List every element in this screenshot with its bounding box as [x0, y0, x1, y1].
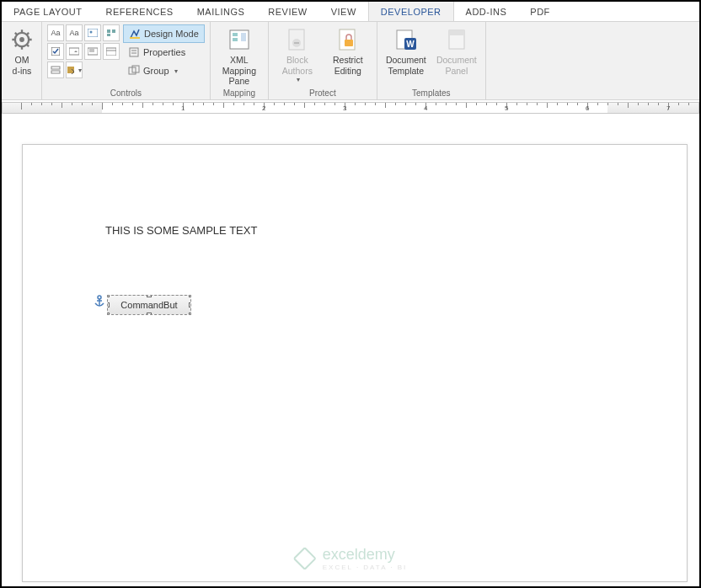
group-code-label [7, 88, 36, 99]
document-template-label: Document Template [384, 55, 428, 76]
plain-text-control-icon[interactable]: Aa [66, 24, 83, 41]
document-template-button[interactable]: W Document Template [383, 24, 430, 78]
tab-references[interactable]: REFERENCES [94, 2, 185, 21]
svg-rect-25 [233, 38, 238, 41]
block-authors-label: Block Authors [276, 55, 319, 76]
svg-rect-5 [112, 29, 115, 33]
document-panel-icon [443, 26, 470, 53]
svg-rect-26 [241, 33, 246, 41]
ruler-number: 4 [424, 104, 427, 112]
properties-label: Properties [143, 47, 185, 57]
group-controls-label: Controls [47, 88, 205, 99]
watermark-icon [294, 548, 316, 569]
ribbon-tabs: PAGE LAYOUT REFERENCES MAILINGS REVIEW V… [2, 2, 699, 22]
com-label-1: OM [15, 55, 29, 66]
svg-rect-8 [69, 48, 79, 55]
svg-rect-12 [106, 48, 116, 56]
group-protect: Block Authors ▾ Restrict Editing Protect [269, 22, 377, 99]
controls-gallery: Aa Aa ▾ [47, 24, 120, 78]
chevron-down-icon: ▾ [174, 67, 178, 75]
properties-button[interactable]: Properties [123, 43, 205, 61]
picture-control-icon[interactable] [84, 24, 101, 41]
restrict-editing-button[interactable]: Restrict Editing [324, 24, 372, 78]
svg-rect-35 [449, 30, 464, 35]
tab-review[interactable]: REVIEW [256, 2, 318, 21]
svg-rect-4 [107, 29, 110, 33]
document-panel-label: Document Panel [435, 55, 479, 76]
dropdown-control-icon[interactable] [84, 43, 101, 60]
svg-point-3 [90, 31, 93, 34]
com-label-2: d-ins [13, 66, 32, 77]
tab-developer[interactable]: DEVELOPER [368, 2, 454, 21]
document-template-icon: W [393, 26, 420, 53]
anchor-icon [94, 295, 105, 308]
group-mapping-label: Mapping [216, 88, 263, 99]
chevron-down-icon: ▾ [297, 76, 300, 84]
tab-view[interactable]: VIEW [319, 2, 368, 21]
command-button-label: CommandBut [120, 300, 177, 310]
group-code: OM d-ins [2, 22, 42, 99]
design-mode-icon [129, 28, 141, 40]
combobox-control-icon[interactable] [66, 43, 83, 60]
block-authors-icon [284, 26, 311, 53]
com-addins-button[interactable]: OM d-ins [7, 24, 37, 78]
tab-addins[interactable]: ADD-INS [454, 2, 519, 21]
watermark-sub: EXCEL · DATA · BI [323, 564, 408, 571]
svg-rect-14 [51, 67, 60, 69]
group-protect-label: Protect [274, 88, 372, 99]
legacy-tools-icon[interactable]: ▾ [66, 61, 83, 78]
command-button-control[interactable]: CommandBut [107, 295, 191, 315]
svg-rect-15 [51, 71, 60, 73]
properties-icon [128, 46, 140, 58]
watermark-name: exceldemy [323, 546, 395, 563]
group-controls: Aa Aa ▾ Design Mode [42, 22, 211, 99]
svg-rect-39 [294, 548, 315, 569]
building-block-control-icon[interactable] [103, 24, 120, 41]
tab-mailings[interactable]: MAILINGS [185, 2, 257, 21]
datepicker-control-icon[interactable] [103, 43, 120, 60]
document-page[interactable]: THIS IS SOME SAMPLE TEXT CommandBut [22, 144, 688, 582]
svg-text:W: W [406, 40, 415, 49]
ruler-number: 2 [262, 104, 265, 112]
svg-point-36 [98, 296, 101, 299]
design-mode-label: Design Mode [144, 29, 199, 39]
ruler-number: 7 [666, 104, 670, 112]
group-templates-label: Templates [383, 88, 480, 99]
svg-rect-18 [130, 48, 138, 56]
tab-page-layout[interactable]: PAGE LAYOUT [2, 2, 94, 21]
sample-text[interactable]: THIS IS SOME SAMPLE TEXT [105, 224, 257, 237]
gear-icon [8, 26, 35, 53]
svg-rect-2 [88, 29, 98, 37]
svg-point-1 [19, 37, 24, 42]
repeating-control-icon[interactable] [47, 61, 64, 78]
design-mode-button[interactable]: Design Mode [123, 24, 205, 43]
rich-text-control-icon[interactable]: Aa [47, 24, 64, 41]
xml-mapping-button[interactable]: XML Mapping Pane [216, 24, 263, 88]
group-icon [128, 65, 140, 77]
restrict-editing-label: Restrict Editing [326, 55, 370, 76]
group-label: Group [143, 66, 169, 76]
svg-rect-6 [107, 34, 110, 36]
xml-mapping-icon [226, 26, 253, 53]
group-mapping: XML Mapping Pane Mapping [211, 22, 269, 99]
document-area: THIS IS SOME SAMPLE TEXT CommandBut exce… [2, 115, 699, 586]
restrict-editing-icon [334, 26, 361, 53]
ruler-number: 6 [586, 104, 589, 112]
group-templates: W Document Template Document Panel Templ… [377, 22, 486, 99]
xml-mapping-label: XML Mapping Pane [217, 55, 261, 87]
ribbon: OM d-ins Aa Aa ▾ [2, 22, 699, 100]
document-panel-button[interactable]: Document Panel [433, 24, 480, 78]
ruler-number: 1 [181, 104, 185, 112]
group-button[interactable]: Group ▾ [123, 61, 205, 80]
ruler-number: 3 [343, 104, 346, 112]
checkbox-control-icon[interactable] [47, 43, 64, 60]
block-authors-button[interactable]: Block Authors ▾ [274, 24, 321, 86]
svg-rect-17 [130, 37, 140, 39]
watermark: exceldemy EXCEL · DATA · BI [294, 546, 408, 571]
controls-options: Design Mode Properties Group ▾ [123, 24, 205, 80]
svg-rect-30 [345, 40, 353, 46]
ruler-number: 5 [505, 104, 508, 112]
tab-pdf[interactable]: PDF [518, 2, 562, 21]
svg-rect-24 [233, 33, 238, 36]
horizontal-ruler[interactable]: 1234567 [2, 100, 699, 115]
